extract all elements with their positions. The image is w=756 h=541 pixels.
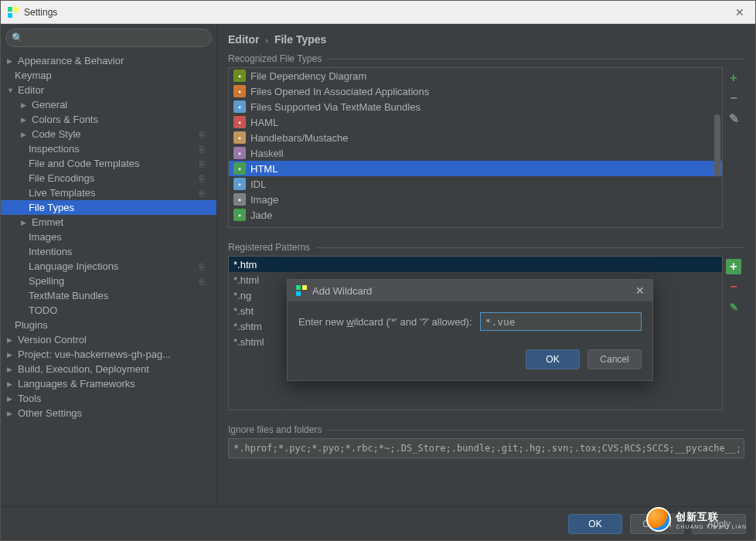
filetype-item[interactable]: ▪Jade	[229, 207, 722, 223]
scheme-icon: ⎘	[199, 189, 212, 198]
pattern-label: *.html	[233, 274, 259, 286]
scrollbar[interactable]	[714, 114, 720, 176]
tree-item[interactable]: Keymap	[1, 68, 216, 83]
scheme-icon: ⎘	[199, 277, 212, 286]
filetype-icon: ▪	[233, 116, 246, 128]
filetype-item[interactable]: ▪IDL	[229, 176, 722, 192]
svg-rect-4	[302, 285, 307, 290]
edit-pattern-button[interactable]: ✎	[726, 299, 741, 315]
chevron-right-icon[interactable]: ▶	[21, 116, 32, 124]
chevron-right-icon[interactable]: ▶	[7, 57, 18, 65]
filetype-item[interactable]: ▪Haskell	[229, 145, 722, 161]
chevron-right-icon[interactable]: ▶	[7, 366, 18, 373]
tree-item[interactable]: Language Injections⎘	[1, 259, 216, 274]
dialog-cancel-button[interactable]: Cancel	[587, 349, 642, 369]
tree-item[interactable]: ▼Editor	[1, 83, 216, 97]
tree-item[interactable]: ▶Project: vue-hackernews-gh-pag...	[1, 347, 216, 362]
filetype-item[interactable]: ▪File Dependency Diagram	[229, 68, 722, 83]
filetype-icon: ▪	[233, 70, 246, 82]
filetype-icon: ▪	[233, 85, 246, 97]
tree-item[interactable]: ▶Appearance & Behavior	[1, 53, 216, 68]
tree-item[interactable]: ▶General	[1, 97, 216, 112]
filetype-item[interactable]: ▪Files Opened In Associated Applications	[229, 83, 722, 99]
filetype-icon: ▪	[233, 100, 246, 113]
scheme-icon: ⎘	[199, 262, 212, 271]
tree-item-label: Build, Execution, Deployment	[18, 363, 216, 375]
tree-item[interactable]: Live Templates⎘	[1, 185, 216, 200]
add-pattern-button[interactable]: +	[726, 259, 741, 274]
scheme-icon: ⎘	[199, 145, 212, 154]
tree-item[interactable]: ▶Languages & Frameworks	[1, 376, 216, 391]
svg-rect-5	[296, 291, 301, 296]
tree-item[interactable]: TODO	[1, 303, 216, 318]
tree-item-label: Keymap	[15, 70, 216, 81]
tree-item[interactable]: ▶Code Style⎘	[1, 127, 216, 141]
tree-item[interactable]: File and Code Templates⎘	[1, 156, 216, 171]
chevron-right-icon[interactable]: ▶	[21, 131, 32, 138]
dialog-ok-button[interactable]: OK	[526, 349, 580, 369]
tree-item[interactable]: TextMate Bundles	[1, 288, 216, 303]
filetype-item[interactable]: ▪Files Supported Via TextMate Bundles	[229, 99, 722, 114]
tree-item[interactable]: ▶Build, Execution, Deployment	[1, 362, 216, 376]
svg-rect-3	[296, 285, 301, 290]
tree-item[interactable]: ▶Colors & Fonts	[1, 112, 216, 127]
tree-item[interactable]: Inspections⎘	[1, 141, 216, 156]
breadcrumb-part: File Types	[274, 33, 326, 46]
edit-filetype-button[interactable]: ✎	[726, 111, 741, 126]
window-close-button[interactable]: ✕	[730, 6, 749, 19]
dialog-close-button[interactable]: ✕	[635, 284, 645, 297]
filetype-item[interactable]: ▪HTML	[229, 161, 722, 176]
file-types-list[interactable]: ▪File Dependency Diagram▪Files Opened In…	[228, 67, 723, 228]
chevron-right-icon: ›	[265, 36, 268, 45]
ignore-label: Ignore files and folders	[228, 424, 744, 435]
settings-tree[interactable]: ▶Appearance & BehaviorKeymap▼Editor▶Gene…	[1, 52, 216, 506]
chevron-right-icon[interactable]: ▶	[7, 351, 18, 359]
breadcrumb-part: Editor	[228, 33, 259, 46]
pattern-item[interactable]: *.htm	[229, 257, 722, 272]
svg-rect-1	[14, 7, 19, 12]
chevron-down-icon[interactable]: ▼	[7, 87, 18, 94]
filetype-icon: ▪	[233, 193, 246, 206]
chevron-right-icon[interactable]: ▶	[7, 336, 18, 344]
filetype-item[interactable]: ▪Image	[229, 192, 722, 207]
tree-item-label: General	[32, 99, 216, 111]
chevron-right-icon[interactable]: ▶	[7, 380, 18, 388]
tree-item-label: Inspections	[29, 143, 199, 155]
svg-rect-0	[8, 7, 12, 12]
tree-item[interactable]: Plugins	[1, 318, 216, 332]
chevron-right-icon[interactable]: ▶	[7, 395, 18, 403]
filetype-item[interactable]: ▪Handlebars/Mustache	[229, 130, 722, 145]
filetype-icon: ▪	[233, 131, 246, 144]
tree-item[interactable]: Images	[1, 230, 216, 244]
add-filetype-button[interactable]: +	[726, 70, 741, 86]
wildcard-input[interactable]	[480, 312, 642, 331]
tree-item[interactable]: File Encodings⎘	[1, 171, 216, 185]
file-types-toolbar: + − ✎	[723, 67, 744, 228]
ignore-input[interactable]	[228, 438, 744, 458]
ok-button[interactable]: OK	[568, 514, 622, 534]
tree-item[interactable]: ▶Emmet	[1, 215, 216, 230]
tree-item[interactable]: ▶Version Control	[1, 332, 216, 347]
remove-filetype-button[interactable]: −	[726, 90, 741, 106]
tree-item[interactable]: File Types	[1, 200, 216, 215]
filetype-label: HTML	[250, 163, 278, 175]
tree-item[interactable]: ▶Other Settings	[1, 406, 216, 420]
svg-rect-2	[8, 13, 12, 18]
filetype-item[interactable]: ▪HAML	[229, 114, 722, 130]
tree-item[interactable]: Spelling⎘	[1, 274, 216, 288]
tree-item[interactable]: Intentions	[1, 244, 216, 259]
chevron-right-icon[interactable]: ▶	[21, 101, 32, 109]
remove-pattern-button[interactable]: −	[726, 279, 741, 294]
chevron-right-icon[interactable]: ▶	[21, 219, 32, 226]
tree-item-label: Project: vue-hackernews-gh-pag...	[18, 349, 216, 360]
dialog-footer: OK Cancel Apply	[1, 506, 755, 540]
dialog-title: Add Wildcard	[312, 285, 635, 297]
chevron-right-icon[interactable]: ▶	[7, 410, 18, 417]
brand-logo-icon	[646, 507, 671, 532]
filetype-icon: ▪	[233, 147, 246, 159]
app-logo-icon	[295, 284, 308, 297]
tree-item[interactable]: ▶Tools	[1, 391, 216, 406]
watermark-brand: 创新互联 CHUANG XIN HU LIAN	[646, 507, 747, 532]
settings-search-input[interactable]	[5, 29, 212, 47]
titlebar: Settings ✕	[1, 1, 755, 24]
